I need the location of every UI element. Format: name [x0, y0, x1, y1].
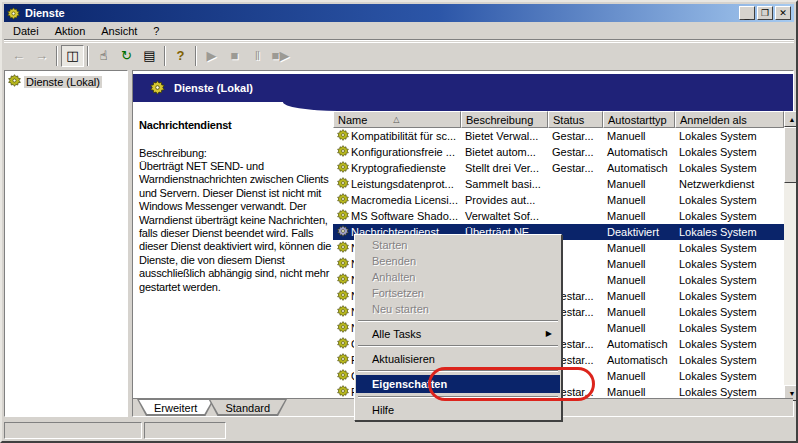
column-header-autostarttyp[interactable]: Autostarttyp: [603, 111, 675, 128]
column-header-label: Status: [553, 114, 584, 126]
refresh-button[interactable]: ↻: [115, 45, 138, 67]
context-menu-item-starten: Starten: [356, 237, 560, 253]
cell-text: Kompatibilität für sc...: [351, 130, 456, 142]
tree-item-dienste-lokal[interactable]: Dienste (Lokal): [6, 73, 126, 90]
submenu-arrow-icon: ▶: [546, 329, 552, 338]
close-button[interactable]: ✕: [775, 6, 791, 20]
export-list-button[interactable]: ▤: [138, 45, 161, 67]
status-field-3: [144, 422, 226, 439]
service-gear-icon: [337, 193, 349, 207]
startup-type-cell: Automatisch: [603, 160, 675, 176]
cell-text: Lokales System: [679, 162, 757, 174]
service-gear-icon: [337, 337, 349, 351]
cell-text: Manuell: [607, 322, 646, 334]
scrollbar-thumb[interactable]: [784, 127, 798, 183]
startup-type-cell: Automatisch: [603, 336, 675, 352]
logon-as-cell: Lokales System: [675, 160, 784, 176]
vertical-scrollbar[interactable]: ▲ ▼: [784, 111, 798, 401]
cell-text: Manuell: [607, 210, 646, 222]
logon-as-cell: Lokales System: [675, 336, 784, 352]
help-icon: ?: [177, 49, 185, 62]
minimize-button[interactable]: _: [739, 6, 755, 20]
menu-item-[interactable]: ?: [145, 23, 167, 39]
tab-erweitert[interactable]: Erweitert: [137, 399, 214, 416]
panel-banner: Dienste (Lokal): [133, 74, 793, 102]
menu-item-label: Neu starten: [372, 303, 429, 315]
column-header-beschreibung[interactable]: Beschreibung: [461, 111, 548, 128]
menu-separator: [358, 370, 558, 372]
menu-item-aktion[interactable]: Aktion: [47, 23, 94, 39]
cell-text: Manuell: [607, 306, 646, 318]
cell-text: MS Software Shado...: [351, 210, 458, 222]
table-row[interactable]: MS Software Shado...Verwaltet Sof...Manu…: [333, 208, 798, 224]
maximize-button[interactable]: ❐: [757, 6, 773, 20]
properties-button[interactable]: ☝: [92, 45, 115, 67]
tab-label: Erweitert: [138, 400, 213, 415]
show-console-tree-button[interactable]: ◫: [61, 45, 84, 67]
menu-item-label: Anhalten: [372, 271, 415, 283]
service-gear-icon: [337, 289, 349, 303]
context-menu-item-eigenschaften[interactable]: Eigenschaften: [356, 375, 560, 393]
service-gear-icon: [337, 145, 349, 159]
context-menu-item-alle-tasks[interactable]: Alle Tasks▶: [356, 325, 560, 342]
startup-type-cell: Manuell: [603, 320, 675, 336]
banner-curve: [283, 102, 793, 111]
banner-gear-icon: [150, 80, 165, 97]
cell-text: Kryptografiedienste: [351, 162, 446, 174]
description-text: Überträgt NET SEND- und Warndienstnachri…: [139, 160, 335, 294]
cell-text: Lokales System: [679, 322, 757, 334]
column-header-anmelden-als[interactable]: Anmelden als: [675, 111, 784, 128]
scroll-up-button[interactable]: ▲: [784, 111, 798, 127]
cell-text: Stellt drei Ver...: [465, 162, 539, 174]
table-row[interactable]: Konfigurationsfreie ...Bietet autom...Ge…: [333, 144, 798, 160]
context-menu-item-beenden: Beenden: [356, 253, 560, 269]
column-header-status[interactable]: Status: [548, 111, 603, 128]
startup-type-cell: Manuell: [603, 288, 675, 304]
column-header-name[interactable]: Name△: [333, 111, 461, 128]
service-description-pane: Nachrichtendienst Beschreibung: Überträg…: [139, 119, 335, 294]
table-row[interactable]: Leistungsdatenprot...Sammelt basi...Manu…: [333, 176, 798, 192]
service-gear-icon: [337, 369, 349, 383]
toolbar-separator: [56, 46, 58, 66]
title-bar: Dienste _ ❐ ✕: [4, 4, 794, 22]
cell-text: Bietet autom...: [465, 146, 536, 158]
cell-text: Manuell: [607, 194, 646, 206]
tab-standard[interactable]: Standard: [208, 399, 287, 416]
cell-text: Manuell: [607, 178, 646, 190]
menu-item-ansicht[interactable]: Ansicht: [93, 23, 145, 39]
help-button[interactable]: ?: [169, 45, 192, 67]
table-row[interactable]: KryptografiediensteStellt drei Ver...Ges…: [333, 160, 798, 176]
status-cell: Gestar...: [548, 144, 603, 160]
service-name-cell: Leistungsdatenprot...: [333, 176, 461, 192]
cell-text: Lokales System: [679, 338, 757, 350]
export-list-icon: ▤: [143, 49, 155, 62]
menu-item-label: Beenden: [372, 255, 416, 267]
service-gear-icon: [337, 129, 349, 143]
cell-text: Automatisch: [607, 354, 668, 366]
startup-type-cell: Deaktiviert: [603, 224, 675, 240]
description-label: Beschreibung:: [139, 147, 335, 159]
status-cell: Gestar...: [548, 128, 603, 144]
service-name-cell: MS Software Shado...: [333, 208, 461, 224]
cell-text: Macromedia Licensi...: [351, 194, 458, 206]
cell-text: Automatisch: [607, 338, 668, 350]
window-title: Dienste: [25, 7, 739, 19]
menu-bar: DateiAktionAnsicht?: [4, 22, 794, 41]
context-menu-item-hilfe[interactable]: Hilfe: [356, 401, 560, 418]
table-row[interactable]: Kompatibilität für sc...Bietet Verwal...…: [333, 128, 798, 144]
menu-item-datei[interactable]: Datei: [5, 23, 47, 39]
logon-as-cell: Netzwerkdienst: [675, 176, 784, 192]
toolbar-separator: [87, 46, 89, 66]
services-gear-icon: [8, 74, 21, 89]
cell-text: Lokales System: [679, 370, 757, 382]
forward-button: →: [30, 45, 53, 67]
cell-text: Lokales System: [679, 130, 757, 142]
table-row[interactable]: Macromedia Licensi...Provides aut...Manu…: [333, 192, 798, 208]
column-header-label: Anmelden als: [680, 114, 747, 126]
show-console-tree-icon: ◫: [66, 49, 78, 62]
logon-as-cell: Lokales System: [675, 304, 784, 320]
menu-item-label: Aktualisieren: [372, 353, 435, 365]
restart-service-icon: ■▶: [272, 49, 290, 62]
context-menu-item-aktualisieren[interactable]: Aktualisieren: [356, 350, 560, 367]
service-gear-icon: [337, 305, 349, 319]
